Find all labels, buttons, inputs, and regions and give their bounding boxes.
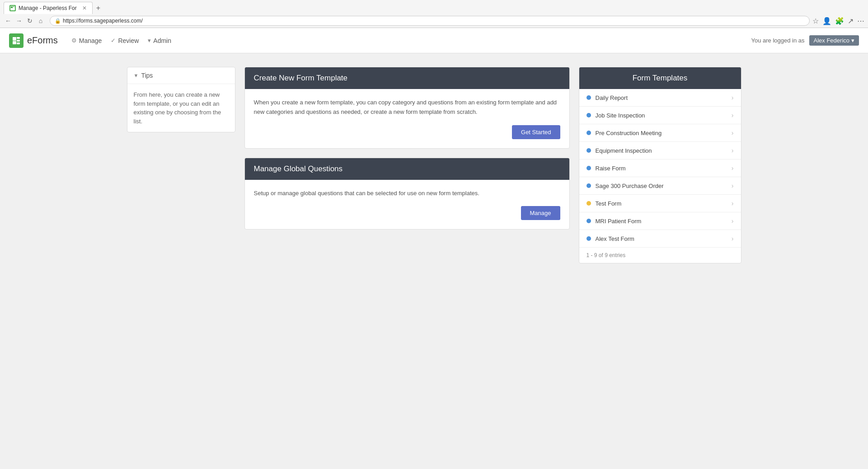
user-dropdown-arrow: ▾: [851, 37, 854, 44]
template-dot: [586, 148, 591, 153]
template-item-left: Sage 300 Purchase Order: [586, 183, 664, 189]
template-chevron-icon: ›: [732, 200, 734, 207]
template-name: Equipment Inspection: [596, 147, 652, 154]
template-name: Daily Report: [596, 94, 628, 101]
template-dot: [586, 131, 591, 135]
template-chevron-icon: ›: [732, 182, 734, 189]
template-name: Raise Form: [596, 165, 626, 172]
template-dot: [586, 201, 591, 206]
create-template-panel-header: Create New Form Template: [245, 67, 569, 89]
svg-rect-5: [17, 37, 20, 39]
dropdown-arrow-icon: ▾: [148, 37, 151, 44]
logo-text: eForms: [27, 35, 58, 46]
svg-rect-6: [17, 40, 20, 42]
manage-label: Manage: [79, 37, 102, 44]
admin-label: Admin: [153, 37, 171, 44]
address-bar[interactable]: 🔒 https://forms.sagepaperless.com/: [50, 16, 810, 26]
gear-icon: ⚙: [71, 37, 77, 44]
address-bar-row: ← → ↻ ⌂ 🔒 https://forms.sagepaperless.co…: [0, 14, 868, 28]
bookmark-star-icon[interactable]: ☆: [812, 17, 819, 25]
template-item-left: Daily Report: [586, 94, 628, 101]
create-template-panel-body: When you create a new form template, you…: [245, 89, 569, 148]
template-dot: [586, 183, 591, 188]
forward-button[interactable]: →: [14, 16, 23, 25]
user-name: Alex Federico: [814, 37, 849, 44]
tips-header[interactable]: ▼ Tips: [127, 67, 235, 84]
templates-panel-header: Form Templates: [579, 67, 741, 89]
templates-count: 1 - 9 of 9 entries: [586, 252, 626, 258]
app-header: eForms ⚙ Manage ✓ Review ▾ Admin You are…: [0, 28, 868, 53]
template-name: Test Form: [596, 200, 622, 207]
global-questions-panel-header: Manage Global Questions: [245, 158, 569, 180]
logo-icon: [9, 33, 23, 48]
url-text: https://forms.sagepaperless.com/: [63, 18, 143, 24]
template-list-item[interactable]: Raise Form ›: [579, 159, 741, 177]
browser-actions: ☆ 👤 🧩 ↗ ⋯: [812, 17, 864, 25]
template-dot: [586, 95, 591, 100]
create-template-panel: Create New Form Template When you create…: [244, 67, 570, 149]
templates-panel: Form Templates Daily Report › Job Site I…: [579, 67, 741, 263]
template-item-left: Raise Form: [586, 165, 626, 172]
browser-chrome: Manage - Paperless For ✕ + ← → ↻ ⌂ 🔒 htt…: [0, 0, 868, 28]
svg-rect-3: [13, 37, 16, 41]
profile-icon[interactable]: 👤: [822, 17, 831, 25]
template-chevron-icon: ›: [732, 217, 734, 225]
global-questions-panel-body: Setup or manage global questions that ca…: [245, 180, 569, 230]
template-dot: [586, 166, 591, 170]
lock-icon: 🔒: [55, 18, 61, 24]
refresh-button[interactable]: ↻: [25, 16, 34, 25]
tab-title: Manage - Paperless For: [19, 5, 77, 11]
template-name: Job Site Inspection: [596, 112, 645, 119]
template-list-item[interactable]: Job Site Inspection ›: [579, 107, 741, 124]
user-dropdown[interactable]: Alex Federico ▾: [809, 35, 859, 46]
create-template-title: Create New Form Template: [254, 74, 348, 82]
create-template-description: When you create a new form template, you…: [254, 98, 560, 117]
header-right: You are logged in as Alex Federico ▾: [751, 35, 859, 46]
new-tab-button[interactable]: +: [93, 2, 104, 14]
tips-body: From here, you can create a new form tem…: [127, 84, 235, 132]
template-list-item[interactable]: Sage 300 Purchase Order ›: [579, 177, 741, 195]
template-chevron-icon: ›: [732, 147, 734, 154]
share-icon[interactable]: ↗: [848, 17, 854, 25]
template-name: Pre Construction Meeting: [596, 130, 662, 136]
templates-footer: 1 - 9 of 9 entries: [579, 248, 741, 263]
center-panels: Create New Form Template When you create…: [244, 67, 570, 263]
tab-close-button[interactable]: ✕: [82, 5, 87, 11]
home-button[interactable]: ⌂: [36, 16, 45, 25]
template-list-item[interactable]: Test Form ›: [579, 195, 741, 212]
template-list-item[interactable]: MRI Patient Form ›: [579, 212, 741, 230]
template-chevron-icon: ›: [732, 94, 734, 101]
logged-in-text: You are logged in as: [751, 37, 804, 44]
manage-nav-link[interactable]: ⚙ Manage: [71, 37, 102, 44]
template-list-item[interactable]: Equipment Inspection ›: [579, 142, 741, 159]
browser-tab[interactable]: Manage - Paperless For ✕: [4, 2, 93, 14]
svg-rect-4: [13, 41, 16, 44]
get-started-button[interactable]: Get Started: [512, 125, 560, 139]
left-sidebar: ▼ Tips From here, you can create a new f…: [127, 67, 235, 263]
main-content: ▼ Tips From here, you can create a new f…: [118, 53, 751, 277]
tab-bar: Manage - Paperless For ✕ +: [0, 0, 868, 14]
nav-links: ⚙ Manage ✓ Review ▾ Admin: [71, 37, 751, 44]
browser-nav-buttons: ← → ↻ ⌂: [4, 16, 45, 25]
template-chevron-icon: ›: [732, 129, 734, 136]
template-dot: [586, 113, 591, 117]
template-list-item[interactable]: Pre Construction Meeting ›: [579, 124, 741, 142]
back-button[interactable]: ←: [4, 16, 13, 25]
template-item-left: Job Site Inspection: [586, 112, 645, 119]
template-chevron-icon: ›: [732, 164, 734, 172]
admin-nav-link[interactable]: ▾ Admin: [148, 37, 171, 44]
review-nav-link[interactable]: ✓ Review: [111, 37, 139, 44]
global-questions-title: Manage Global Questions: [254, 164, 343, 173]
extensions-icon[interactable]: 🧩: [835, 17, 844, 25]
checkmark-icon: ✓: [111, 37, 116, 44]
tips-text: From here, you can create a new form tem…: [134, 90, 229, 126]
template-dot: [586, 219, 591, 223]
template-name: MRI Patient Form: [596, 218, 642, 225]
tips-header-label: Tips: [141, 72, 153, 79]
manage-button[interactable]: Manage: [521, 206, 560, 220]
global-questions-description: Setup or manage global questions that ca…: [254, 189, 560, 198]
template-list-item[interactable]: Daily Report ›: [579, 89, 741, 107]
template-list-item[interactable]: Alex Test Form ›: [579, 230, 741, 248]
more-options-icon[interactable]: ⋯: [857, 17, 864, 25]
template-item-left: Pre Construction Meeting: [586, 130, 662, 136]
